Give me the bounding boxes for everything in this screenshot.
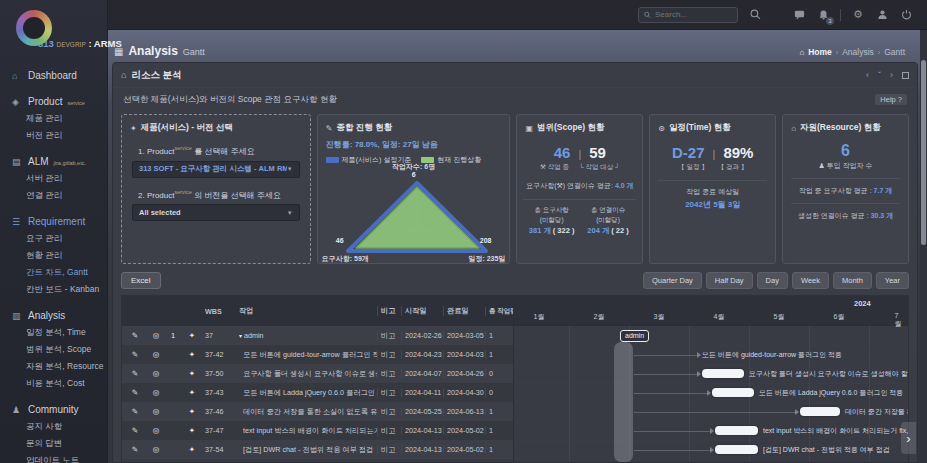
sidebar-item-간트-차트-Gantt[interactable]: 간트 차트, Gantt bbox=[0, 264, 107, 281]
sidebar-section-analysis[interactable]: ▥Analysis bbox=[0, 305, 107, 324]
sidebar-item-자원-분석-Resource[interactable]: 자원 분석, Resource bbox=[0, 358, 107, 375]
version-dropdown[interactable]: All selected ▼ bbox=[132, 204, 300, 221]
panel-prev-icon[interactable]: ‹ bbox=[866, 70, 869, 80]
view-button-day[interactable]: Day bbox=[757, 272, 788, 289]
table-row[interactable]: ✎◎✦37-42 모든 버튼에 guided-tour-arrow 플러그인 적… bbox=[122, 345, 513, 364]
gantt-task-bar[interactable] bbox=[715, 445, 758, 454]
table-row[interactable]: ✎◎✦37-47 text input 박스의 배경이 화이트 처리되는거 fi… bbox=[122, 421, 513, 440]
product-dropdown[interactable]: 313 SOFT - 요구사항 관리 시스템 - ALM RMS ▼ bbox=[132, 161, 300, 178]
messages-icon[interactable] bbox=[792, 8, 806, 22]
excel-export-button[interactable]: Excel bbox=[121, 272, 161, 289]
table-row[interactable]: ✎◎✦37-50 요구사항 폴더 생성시 요구사항 이슈로 생성해야...비고2… bbox=[122, 364, 513, 383]
cell-task[interactable]: 요구사항 폴더 생성시 요구사항 이슈로 생성해야... bbox=[236, 369, 377, 379]
cell-task[interactable]: ▾admin bbox=[236, 331, 377, 340]
user-profile-icon[interactable] bbox=[875, 8, 889, 22]
move-icon[interactable]: ✦ bbox=[182, 331, 202, 340]
cell-task[interactable]: 모든 버튼에 Ladda jQuery 0.6.0 플러그인 적용 bbox=[236, 388, 377, 398]
panel-collapse-icon[interactable]: ˇ bbox=[878, 70, 881, 80]
breadcrumb-home[interactable]: Home bbox=[808, 47, 832, 57]
table-row[interactable]: ✎◎✦37-43 모든 버튼에 Ladda jQuery 0.6.0 플러그인 … bbox=[122, 383, 513, 402]
cell-task[interactable]: 모든 버튼에 guided-tour-arrow 플러그인 적용 bbox=[236, 350, 377, 360]
edit-pencil-icon[interactable]: ✎ bbox=[122, 407, 148, 416]
view-button-year[interactable]: Year bbox=[876, 272, 909, 289]
gantt-group-bar[interactable] bbox=[614, 342, 633, 462]
gantt-task-bar[interactable] bbox=[800, 407, 840, 416]
search-input[interactable] bbox=[655, 10, 732, 19]
target-icon[interactable]: ◎ bbox=[148, 407, 164, 416]
sidebar-item-문의-답변[interactable]: 문의 답변 bbox=[0, 435, 107, 452]
edit-pencil-icon[interactable]: ✎ bbox=[122, 350, 148, 359]
notifications-icon[interactable]: 3 bbox=[816, 8, 830, 22]
breadcrumb-gantt[interactable]: Gantt bbox=[884, 47, 905, 57]
edit-pencil-icon[interactable]: ✎ bbox=[122, 445, 148, 454]
move-icon[interactable]: ✦ bbox=[182, 350, 202, 359]
sidebar-item-업데이트-노트[interactable]: 업데이트 노트 bbox=[0, 452, 107, 463]
sidebar-item-범위-분석-Scope[interactable]: 범위 분석, Scope bbox=[0, 341, 107, 358]
edit-pencil-icon[interactable]: ✎ bbox=[122, 369, 148, 378]
move-icon[interactable]: ✦ bbox=[182, 426, 202, 435]
edit-pencil-icon[interactable]: ✎ bbox=[122, 388, 148, 397]
gantt-task-bar[interactable] bbox=[715, 426, 758, 435]
gantt-task-bar[interactable] bbox=[712, 388, 754, 397]
edit-pencil-icon[interactable]: ✎ bbox=[122, 426, 148, 435]
cell-task[interactable]: 데이터 중간 저장을 통한 소실이 없도록 유지기... bbox=[236, 407, 377, 417]
sidebar-item-칸반-보드-Kanban[interactable]: 칸반 보드 - Kanban bbox=[0, 281, 107, 298]
sidebar-item-버전-관리[interactable]: 버전 관리 bbox=[0, 127, 107, 144]
table-row[interactable]: ✎◎✦37-46 데이터 중간 저장을 통한 소실이 없도록 유지기...비고2… bbox=[122, 402, 513, 421]
cell-wbs: 37-47 bbox=[202, 426, 236, 435]
target-icon[interactable]: ◎ bbox=[148, 426, 164, 435]
logout-power-icon[interactable] bbox=[899, 8, 913, 22]
view-button-half-day[interactable]: Half Day bbox=[706, 272, 753, 289]
timeline-gridline bbox=[569, 326, 570, 462]
breadcrumb-analysis[interactable]: Analysis bbox=[842, 47, 874, 57]
view-button-quarter-day[interactable]: Quarter Day bbox=[643, 272, 702, 289]
page-scrollbar[interactable] bbox=[920, 30, 927, 463]
sidebar-item-일정-분석-Time[interactable]: 일정 분석, Time bbox=[0, 324, 107, 341]
view-button-week[interactable]: Week bbox=[792, 272, 829, 289]
search-box[interactable] bbox=[638, 7, 738, 23]
sidebar-item-연결-관리[interactable]: 연결 관리 bbox=[0, 187, 107, 204]
cell-wbs: 37-46 bbox=[202, 407, 236, 416]
collapse-caret-icon[interactable]: ▾ bbox=[239, 333, 242, 339]
sidebar-section-requirement[interactable]: ☰Requirement bbox=[0, 211, 107, 230]
panel-expand-icon[interactable] bbox=[902, 72, 909, 79]
cell-task[interactable]: text input 박스의 배경이 화이트 처리되는거 fix... bbox=[236, 426, 377, 436]
target-icon[interactable]: ◎ bbox=[148, 369, 164, 378]
settings-gear-icon[interactable]: ⚙ bbox=[851, 8, 865, 22]
gantt-task-label-box[interactable]: admin bbox=[620, 330, 649, 342]
move-icon[interactable]: ✦ bbox=[182, 407, 202, 416]
sidebar-section-dashboard[interactable]: ⌂Dashboard bbox=[0, 65, 107, 84]
sidebar-section-community[interactable]: ♟Community bbox=[0, 399, 107, 418]
timeline-scroll-right-button[interactable]: › bbox=[901, 422, 916, 454]
cell-task[interactable]: [검토] DWR chat - 전범위 적용 여부 점검 bbox=[236, 445, 377, 455]
sidebar-item-제품-관리[interactable]: 제품 관리 bbox=[0, 110, 107, 127]
sidebar-section-alm[interactable]: ▤ALMjira,gitlab,etc. bbox=[0, 151, 107, 170]
target-icon[interactable]: ◎ bbox=[148, 331, 164, 340]
panel-next-icon[interactable]: › bbox=[890, 70, 893, 80]
scope-avg-line: 요구사항(⚒) 연결이슈 평균: 4.0 개 bbox=[517, 181, 642, 191]
table-row[interactable]: ✎◎✦37-54 [검토] DWR chat - 전범위 적용 여부 점검비고2… bbox=[122, 440, 513, 459]
table-row[interactable]: ✎◎1✦37▾admin비고2024-02-262024-03-051 bbox=[122, 326, 513, 345]
sidebar-item-공지-사항[interactable]: 공지 사항 bbox=[0, 418, 107, 435]
target-icon[interactable]: ◎ bbox=[148, 350, 164, 359]
sidebar-section-product[interactable]: ◈Productservice bbox=[0, 91, 107, 110]
help-button[interactable]: Help ? bbox=[875, 94, 907, 105]
sidebar-section-label: Analysis bbox=[28, 310, 65, 321]
move-icon[interactable]: ✦ bbox=[182, 369, 202, 378]
sidebar-item-서버-관리[interactable]: 서버 관리 bbox=[0, 170, 107, 187]
target-icon[interactable]: ◎ bbox=[148, 445, 164, 454]
sidebar-item-비용-분석-Cost[interactable]: 비용 분석, Cost bbox=[0, 375, 107, 392]
move-icon[interactable]: ✦ bbox=[182, 388, 202, 397]
sidebar-item-현황-관리[interactable]: 현황 관리 bbox=[0, 247, 107, 264]
target-icon[interactable]: ◎ bbox=[148, 388, 164, 397]
edit-pencil-icon[interactable]: ✎ bbox=[122, 331, 148, 340]
page-scrollbar-thumb[interactable] bbox=[921, 60, 926, 245]
sidebar-section-sup: service bbox=[67, 100, 84, 106]
move-icon[interactable]: ✦ bbox=[182, 445, 202, 454]
sidebar: 313 DEVGRIP : ARMS ⌂Dashboard◈Productser… bbox=[0, 0, 108, 463]
search-button[interactable] bbox=[748, 8, 762, 22]
gantt-task-bar[interactable] bbox=[702, 369, 744, 378]
view-button-month[interactable]: Month bbox=[833, 272, 872, 289]
brand-logo[interactable]: 313 DEVGRIP : ARMS bbox=[0, 6, 107, 55]
sidebar-item-요구-관리[interactable]: 요구 관리 bbox=[0, 230, 107, 247]
